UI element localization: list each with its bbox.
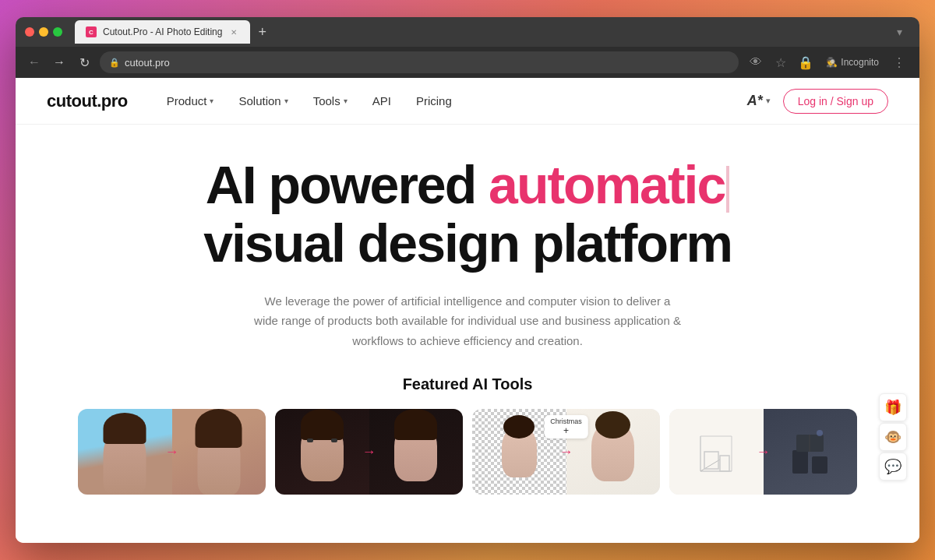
website-content: cutout.pro Product ▾ Solution ▾ Tools ▾ … [16, 78, 919, 543]
forward-button[interactable]: → [50, 53, 69, 72]
tool-card-room[interactable]: → [669, 409, 857, 495]
room-sketch-icon [697, 428, 736, 475]
incognito-indicator: 🕵 Incognito [820, 55, 885, 70]
back-button[interactable]: ← [25, 53, 44, 72]
hero-title-part1: AI powered [206, 155, 489, 214]
tab-title: Cutout.Pro - AI Photo Editing [103, 26, 222, 37]
lock-icon: 🔒 [109, 58, 120, 68]
login-signup-button[interactable]: Log in / Sign up [783, 89, 888, 114]
chat-widget[interactable]: 💬 [879, 453, 907, 481]
toolbar-actions: 👁 ☆ 🔒 🕵 Incognito ⋮ [745, 51, 910, 73]
tools-chevron-icon: ▾ [344, 97, 348, 105]
tool-card-christmas[interactable]: Christmas + → [472, 409, 660, 495]
extension-icon[interactable]: 🔒 [795, 51, 817, 73]
svg-rect-3 [704, 452, 718, 469]
minimize-button[interactable] [39, 27, 48, 37]
traffic-lights [25, 27, 62, 37]
active-tab[interactable]: C Cutout.Pro - AI Photo Editing ✕ [75, 20, 250, 44]
language-selector[interactable]: A* ▾ [747, 93, 771, 109]
hero-title: AI powered automatic visual design platf… [203, 156, 732, 273]
hero-section: AI powered automatic visual design platf… [16, 125, 919, 543]
site-nav-items: Product ▾ Solution ▾ Tools ▾ API Pricing [167, 94, 747, 107]
dark-room-icon [789, 427, 831, 477]
close-button[interactable] [25, 27, 34, 37]
maximize-button[interactable] [53, 27, 62, 37]
nav-item-product[interactable]: Product ▾ [167, 94, 214, 107]
svg-rect-4 [720, 456, 729, 471]
browser-window: C Cutout.Pro - AI Photo Editing ✕ + ▾ ← … [16, 17, 919, 543]
nav-item-solution[interactable]: Solution ▾ [238, 94, 288, 107]
gift-widget[interactable]: 🎁 [879, 393, 907, 421]
product-chevron-icon: ▾ [210, 97, 213, 105]
browser-toolbar: ← → ↻ 🔒 cutout.pro 👁 ☆ 🔒 🕵 Incognito ⋮ [16, 47, 919, 78]
refresh-button[interactable]: ↻ [75, 53, 94, 72]
nav-item-api[interactable]: API [372, 94, 391, 107]
tab-favicon: C [86, 26, 97, 37]
site-logo[interactable]: cutout.pro [47, 91, 128, 111]
hero-title-highlight: automatic [489, 155, 725, 214]
cursor-blink [726, 166, 729, 213]
featured-tools-row: → [78, 409, 857, 495]
side-widgets: 🎁 🐵 💬 [879, 393, 907, 481]
address-text: cutout.pro [125, 57, 170, 69]
new-tab-button[interactable]: + [253, 24, 271, 41]
tool-card-face[interactable]: → [275, 409, 463, 495]
solution-chevron-icon: ▾ [284, 97, 288, 105]
site-navbar: cutout.pro Product ▾ Solution ▾ Tools ▾ … [16, 78, 919, 125]
bookmark-icon[interactable]: ☆ [770, 51, 792, 73]
eye-off-icon[interactable]: 👁 [745, 51, 767, 73]
hero-subtitle: We leverage the power of artificial inte… [253, 291, 682, 351]
browser-titlebar: C Cutout.Pro - AI Photo Editing ✕ + ▾ [16, 17, 919, 47]
svg-rect-8 [812, 456, 827, 474]
featured-section: Featured AI Tools → [78, 375, 857, 495]
site-nav-right: A* ▾ Log in / Sign up [747, 89, 888, 114]
svg-point-11 [817, 430, 823, 436]
svg-rect-7 [792, 450, 808, 474]
tool-card-portrait[interactable]: → [78, 409, 266, 495]
christmas-badge: Christmas + [544, 415, 588, 438]
browser-menu-button[interactable]: ⋮ [888, 51, 910, 73]
avatar-widget[interactable]: 🐵 [879, 423, 907, 451]
tab-close-button[interactable]: ✕ [228, 26, 239, 37]
nav-item-tools[interactable]: Tools ▾ [313, 94, 348, 107]
chevron-down-icon[interactable]: ▾ [888, 21, 910, 43]
featured-title: Featured AI Tools [78, 375, 857, 393]
svg-rect-9 [796, 435, 824, 452]
hero-title-part2: visual design platform [203, 213, 732, 273]
nav-item-pricing[interactable]: Pricing [416, 94, 452, 107]
address-bar[interactable]: 🔒 cutout.pro [100, 51, 739, 73]
tab-bar: C Cutout.Pro - AI Photo Editing ✕ + [75, 20, 882, 44]
